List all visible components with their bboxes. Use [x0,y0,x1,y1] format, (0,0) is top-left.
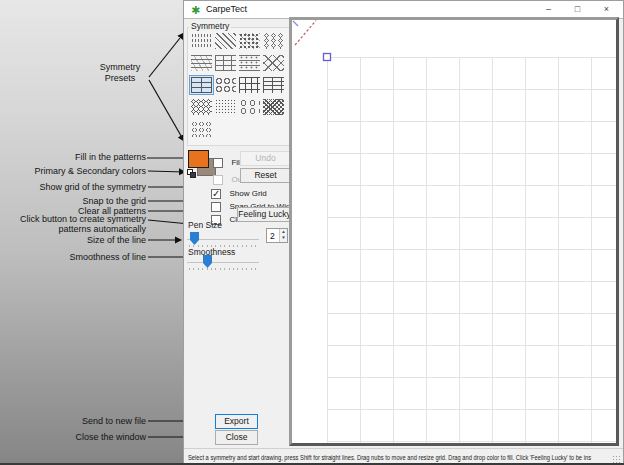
screenshot-root: Symmetry Presets Fill in the patterns Pr… [0,0,624,465]
symmetry-preset-waves[interactable] [190,54,213,72]
symmetry-preset-thumbnail [215,55,236,71]
annotation-smoothness: Smoothness of line [69,252,146,262]
mirror-stroke [293,21,298,26]
annotation-show-grid: Show grid of the symmetry [39,182,146,192]
symmetry-preset-thumbnail [215,77,236,93]
grid-nub-handle[interactable] [324,54,331,61]
symmetry-preset-puzzle[interactable] [238,98,261,116]
symmetry-group-label: Symmetry [189,21,231,31]
symmetry-preset-dense-hex[interactable] [214,98,237,116]
pen-size-value: 2 [270,231,275,241]
close-button[interactable]: Close [215,430,258,445]
symmetry-group [187,27,290,146]
symmetry-preset-dot-lattice[interactable] [238,32,261,50]
symmetry-preset-rect-grid[interactable] [214,54,237,72]
pen-size-spin-buttons: ▲ ▼ [279,229,287,242]
spin-down-icon[interactable]: ▼ [280,235,287,241]
symmetry-preset-triangles[interactable] [262,98,285,116]
symmetry-preset-thumbnail [263,33,284,49]
symmetry-preset-zigzag[interactable] [214,32,237,50]
status-bar: Select a symmetry and start drawing, pre… [184,448,623,465]
symmetry-preset-dash-rows[interactable] [238,54,261,72]
smoothness-ticks [189,268,257,270]
show-grid-row: Show Grid [211,184,267,196]
symmetry-preset-thumbnail [239,33,260,49]
pen-size-label: Pen Size [188,220,222,230]
symmetry-preset-thumbnail [215,99,236,115]
annotation-pen-size: Size of the line [87,235,146,245]
symmetry-preset-pinwheel[interactable] [262,54,285,72]
symmetry-preset-oval-mesh[interactable] [262,32,285,50]
symmetry-preset-thumbnail [263,55,284,71]
symmetry-preset-thumbnail [191,99,212,115]
red-stroke [295,21,316,46]
symmetry-preset-square-grid[interactable] [238,76,261,94]
symmetry-preset-thumbnail [263,99,284,115]
reset-button[interactable]: Reset [240,168,291,183]
annotation-close: Close the window [75,432,146,442]
annotation-export: Send to new file [82,416,146,426]
symmetry-preset-thumbnail [215,33,236,49]
symmetry-preset-scales[interactable] [190,32,213,50]
symmetry-preset-bricks[interactable] [190,76,213,94]
annotation-feeling-lucky: Click button to create symmetry patterns… [6,214,146,234]
status-text: Select a symmetry and start drawing, pre… [188,453,591,462]
symmetry-presets [190,32,284,138]
symmetry-preset-hexagons[interactable] [190,120,213,138]
smoothness-slider-thumb[interactable] [203,255,212,268]
symmetry-preset-thumbnail [239,55,260,71]
undo-button[interactable]: Undo [240,151,291,166]
app-icon: ✱ [191,3,200,17]
symmetry-preset-thumbnail [191,55,212,71]
annotation-fill: Fill in the patterns [75,152,146,162]
annotation-snap: Snap to the grid [82,196,146,206]
swap-colors-icon[interactable] [187,169,197,179]
fill-checkbox[interactable] [213,158,223,168]
canvas-strokes [292,20,616,443]
symmetry-preset-thumbnail [239,77,260,93]
symmetry-preset-thumbnail [191,77,212,93]
export-button[interactable]: Export [215,414,258,429]
annotation-symmetry-presets: Symmetry Presets [88,62,152,84]
window-title: CarpeTect [206,4,247,14]
symmetry-preset-circle-hex[interactable] [190,98,213,116]
fill-checkbox-row: Fill [213,153,242,165]
symmetry-preset-thumbnail [191,121,212,137]
symmetry-preset-thumbnail [263,77,284,93]
pen-size-spinner[interactable]: 2 ▲ ▼ [266,228,288,243]
symmetry-preset-thumbnail [191,33,212,49]
feeling-lucky-button[interactable]: Feeling Lucky [237,207,292,222]
annotation-colors: Primary & Secondary colors [34,166,146,176]
drawing-canvas[interactable] [289,17,619,446]
resize-grip-icon[interactable] [612,455,621,464]
primary-color-swatch[interactable] [188,150,209,168]
symmetry-preset-mixed-bricks[interactable] [262,76,285,94]
smoothness-slider-track[interactable] [187,262,259,263]
symmetry-preset-thumbnail [239,99,260,115]
symmetry-preset-clover[interactable] [214,76,237,94]
app-window: ✱ CarpeTect – □ × Symmetry Fill Undo [183,0,624,465]
pen-size-slider-thumb[interactable] [190,232,199,245]
